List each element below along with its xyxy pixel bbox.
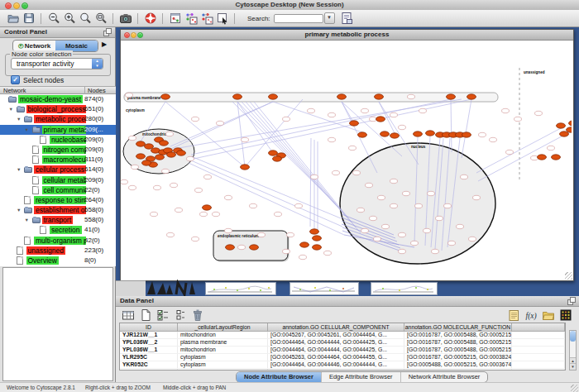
tree-row[interactable]: response to stimul264(0) xyxy=(0,195,116,205)
graph-node-unselected[interactable] xyxy=(378,195,385,199)
graph-node-unselected[interactable] xyxy=(308,108,315,112)
expand-triangle-icon[interactable]: ▼ xyxy=(17,167,21,172)
graph-node-colored[interactable] xyxy=(250,245,259,250)
graph-node-unselected[interactable] xyxy=(195,188,203,192)
background-network-window-1[interactable] xyxy=(205,282,276,295)
graph-node-unselected[interactable] xyxy=(490,137,497,141)
tree-row[interactable]: ▼cellular process614(0) xyxy=(0,165,116,174)
graph-node-colored[interactable] xyxy=(269,151,278,155)
tree-row-label[interactable]: metabolic process xyxy=(34,115,86,123)
graph-node-unselected[interactable] xyxy=(217,121,224,125)
search-input[interactable] xyxy=(274,14,323,23)
graph-node-unselected[interactable] xyxy=(238,245,246,249)
graph-node-colored[interactable] xyxy=(569,121,572,126)
table-cell[interactable]: plasma membrane xyxy=(178,339,268,346)
tree-row-label[interactable]: secretion xyxy=(50,226,82,234)
graph-node-unselected[interactable] xyxy=(242,137,249,141)
graph-node-colored[interactable] xyxy=(462,132,471,137)
zoom-out-icon[interactable] xyxy=(45,12,61,26)
graph-node-colored[interactable] xyxy=(160,141,169,146)
graph-node-unselected[interactable] xyxy=(311,174,318,179)
tree-row[interactable]: ▼establishment of lo558(0) xyxy=(0,205,116,215)
graph-node-unselected[interactable] xyxy=(502,108,510,112)
graph-node-unselected[interactable] xyxy=(506,150,514,154)
graph-node-unselected[interactable] xyxy=(349,146,356,150)
graph-node-unselected[interactable] xyxy=(175,208,183,212)
graph-node-colored[interactable] xyxy=(426,131,435,136)
graph-node-colored[interactable] xyxy=(161,94,170,99)
tree-row[interactable]: nucleobase-209(0) xyxy=(0,135,116,145)
table-cell[interactable]: mitochondrion xyxy=(178,347,268,353)
graph-node-unselected[interactable] xyxy=(295,203,303,208)
graph-node-colored[interactable] xyxy=(358,132,367,137)
float-panel-icon[interactable] xyxy=(103,28,112,36)
tree-row-label[interactable]: biological_process xyxy=(26,105,87,113)
table-cell[interactable]: [GO:0045263, GO:0044464, GO:0044455, G..… xyxy=(268,354,404,361)
graph-edge[interactable] xyxy=(164,102,273,152)
table-cell[interactable]: cytoplasm xyxy=(178,354,268,361)
graph-node-unselected[interactable] xyxy=(129,185,136,189)
tree-column-network[interactable]: Network xyxy=(3,87,26,94)
graph-edge[interactable] xyxy=(476,128,561,173)
graph-node-unselected[interactable] xyxy=(283,117,290,121)
graph-node-unselected[interactable] xyxy=(200,212,208,216)
graph-node-unselected[interactable] xyxy=(121,179,128,184)
graph-node-colored[interactable] xyxy=(376,117,385,122)
tree-row[interactable]: Overview8(0) xyxy=(0,256,116,265)
graph-node-unselected[interactable] xyxy=(187,156,194,160)
graph-edge[interactable] xyxy=(462,99,471,158)
graph-node-colored[interactable] xyxy=(414,131,423,136)
table-cell[interactable]: YJR121W__1 xyxy=(120,332,178,338)
graph-node-colored[interactable] xyxy=(560,131,569,136)
float-data-panel-icon[interactable] xyxy=(567,297,576,305)
graph-node-colored[interactable] xyxy=(136,141,146,146)
tree-row[interactable]: mosaic-demo-yeast874(0) xyxy=(0,94,116,104)
graph-node-unselected[interactable] xyxy=(399,125,406,129)
graph-node-colored[interactable] xyxy=(350,121,359,126)
graph-node-unselected[interactable] xyxy=(162,169,170,173)
tree-row[interactable]: ▼metabolic process280(0) xyxy=(0,114,116,124)
table-cell[interactable]: [GO:0016787, GO:0005215, GO:0003824, G..… xyxy=(404,354,512,361)
graph-node-colored[interactable] xyxy=(538,155,547,160)
attribute-list-icon[interactable] xyxy=(172,308,188,322)
graph-node-unselected[interactable] xyxy=(299,255,307,259)
tree-row-label[interactable]: macromolecule xyxy=(42,155,87,164)
tree-row[interactable]: multi-organism pro42(0) xyxy=(0,236,116,246)
graph-node-colored[interactable] xyxy=(136,154,146,159)
table-column-header[interactable]: _cellularLayoutRegion xyxy=(178,323,268,331)
graph-node-unselected[interactable] xyxy=(170,183,178,187)
graph-node-unselected[interactable] xyxy=(469,237,476,241)
graph-edge[interactable] xyxy=(342,102,354,123)
graph-node-unselected[interactable] xyxy=(192,237,199,241)
graph-edge[interactable] xyxy=(237,102,245,167)
table-cell[interactable]: [GO:0016787, GO:0005488, GO:0005215, G..… xyxy=(404,332,512,338)
graph-node-unselected[interactable] xyxy=(324,251,332,255)
graph-edge[interactable] xyxy=(342,102,377,173)
select-nodes-checkbox[interactable]: ✓ xyxy=(11,75,20,84)
table-row[interactable]: YDR039C__1mitochondrion[GO:0044464, GO:0… xyxy=(120,369,565,370)
graph-node-unselected[interactable] xyxy=(390,179,398,183)
tree-row[interactable]: ▼transport558(0) xyxy=(0,215,116,225)
graph-node-unselected[interactable] xyxy=(390,112,398,117)
graph-node-unselected[interactable] xyxy=(132,165,139,169)
graph-node-unselected[interactable] xyxy=(225,195,232,199)
graph-node-unselected[interactable] xyxy=(479,132,486,136)
network-window-titlebar[interactable]: primary metabolic process xyxy=(121,30,573,41)
notes-icon[interactable] xyxy=(505,308,521,322)
tree-row-label[interactable]: mosaic-demo-yeast xyxy=(18,95,83,103)
tree-row-label[interactable]: establishment of lo xyxy=(34,206,86,214)
graph-node-unselected[interactable] xyxy=(423,228,431,232)
background-network-window-3[interactable] xyxy=(371,282,438,295)
table-cell[interactable]: [GO:0044464, GO:0044446, GO:0044444, G..… xyxy=(268,361,404,368)
table-row[interactable]: YLR295Ccytoplasm[GO:0045263, GO:0044464,… xyxy=(120,354,565,361)
graph-node-colored[interactable] xyxy=(313,245,322,250)
table-cell[interactable]: [GO:0005488, GO:0005215, GO:0003674] xyxy=(404,361,512,368)
graph-node-unselected[interactable] xyxy=(151,212,158,216)
scrollbar-thumb[interactable] xyxy=(570,331,576,342)
attribute-table-icon[interactable] xyxy=(120,308,136,322)
graph-node-colored[interactable] xyxy=(273,156,282,161)
graph-node-unselected[interactable] xyxy=(531,155,538,160)
graph-node-unselected[interactable] xyxy=(204,174,212,179)
graph-node-unselected[interactable] xyxy=(250,203,257,208)
table-cell[interactable]: [GO:0044464, GO:0044444, GO:0044425, G..… xyxy=(268,369,404,370)
